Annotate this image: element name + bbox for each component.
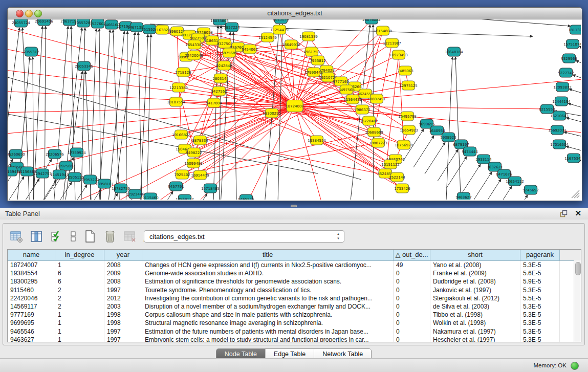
table-row[interactable]: 2242004622012Investigating the contribut… bbox=[8, 294, 581, 302]
graph-node[interactable]: 12213389 bbox=[169, 83, 188, 92]
graph-node[interactable]: 9245652 bbox=[522, 185, 538, 194]
graph-node[interactable]: 2803144 bbox=[212, 74, 229, 83]
graph-node[interactable]: 12213987 bbox=[383, 38, 401, 48]
graph-node[interactable]: 9115460 bbox=[142, 193, 158, 200]
graph-node[interactable]: 9227342 bbox=[558, 68, 574, 77]
graph-node[interactable]: 9465546 bbox=[238, 194, 254, 200]
graph-node[interactable]: 9457791 bbox=[168, 182, 184, 191]
graph-node[interactable]: 9417004 bbox=[206, 98, 222, 107]
graph-node[interactable]: 12444194 bbox=[552, 97, 571, 106]
graph-node[interactable]: 2522144 bbox=[389, 172, 405, 182]
column-header-pagerank[interactable]: pagerank bbox=[520, 250, 560, 260]
graph-node[interactable]: 15751074 bbox=[563, 39, 581, 49]
graph-node[interactable]: 6497568 bbox=[338, 85, 354, 94]
row-options-button[interactable] bbox=[69, 229, 77, 244]
table-row[interactable]: 1872400712008Changes of HCN gene express… bbox=[8, 261, 581, 269]
graph-node[interactable]: 2718126 bbox=[175, 68, 191, 77]
graph-node[interactable]: 15692071 bbox=[548, 125, 567, 135]
split-divider-handle[interactable] bbox=[291, 205, 297, 207]
graph-node[interactable]: 15720407 bbox=[360, 116, 378, 125]
graph-node[interactable]: 19081339 bbox=[299, 32, 318, 41]
graph-node[interactable]: 9463627 bbox=[455, 192, 471, 200]
table-selector[interactable]: citations_edges.txt ▲▼ bbox=[144, 230, 344, 243]
graph-node[interactable]: 9242848 bbox=[216, 61, 232, 70]
graph-node[interactable]: 18756928 bbox=[395, 140, 413, 149]
graph-node[interactable]: 10807491 bbox=[367, 94, 386, 103]
close-panel-icon[interactable]: ✕ bbox=[575, 209, 581, 218]
graph-node[interactable]: 16154808 bbox=[374, 26, 392, 35]
graph-node[interactable]: 9777169 bbox=[333, 77, 349, 86]
float-panel-icon[interactable] bbox=[560, 210, 568, 217]
graph-node[interactable]: 10654112 bbox=[506, 177, 524, 186]
graph-node[interactable]: 8454067 bbox=[242, 45, 257, 54]
column-header-outde[interactable]: △ out_de... bbox=[394, 250, 430, 260]
graph-node[interactable]: 9498222 bbox=[186, 148, 202, 157]
graph-node[interactable]: 17359924 bbox=[68, 148, 86, 157]
graph-node[interactable]: 8215953 bbox=[539, 104, 555, 114]
graph-node[interactable]: 18300295 bbox=[263, 108, 281, 118]
table-row[interactable]: 1938455462009Genome-wide association stu… bbox=[8, 269, 581, 277]
graph-node[interactable]: 8878334 bbox=[192, 136, 208, 145]
graph-node[interactable]: 7986372 bbox=[354, 105, 370, 114]
graph-node[interactable]: 9474444 bbox=[462, 147, 478, 156]
column-header-title[interactable]: title bbox=[142, 250, 394, 260]
table-row[interactable]: 946554611997Estimation of the future num… bbox=[8, 327, 581, 336]
graph-node[interactable]: 1733426 bbox=[394, 184, 410, 193]
graph-node[interactable]: 2055312 bbox=[23, 47, 39, 56]
graph-node[interactable]: 18724007 bbox=[286, 100, 304, 112]
graph-node[interactable]: 15718485 bbox=[201, 184, 220, 193]
show-columns-button[interactable] bbox=[29, 229, 43, 244]
graph-node[interactable]: 7163822 bbox=[154, 25, 170, 34]
graph-node[interactable]: 7485063 bbox=[397, 66, 413, 75]
graph-node[interactable]: 15124549 bbox=[258, 33, 277, 42]
table-row[interactable]: 1830029562008Estimation of significance … bbox=[8, 277, 581, 286]
graph-node[interactable]: 9329966 bbox=[561, 54, 577, 63]
graph-node[interactable]: 10151122 bbox=[381, 160, 400, 169]
column-header-name[interactable]: name bbox=[8, 250, 55, 260]
graph-node[interactable]: 16914479 bbox=[191, 170, 209, 180]
graph-node[interactable]: 25260650 bbox=[8, 149, 25, 159]
graph-node[interactable]: 16210643 bbox=[550, 111, 569, 120]
graph-node[interactable]: 24055724 bbox=[12, 19, 30, 27]
graph-node[interactable]: 12942757 bbox=[33, 169, 52, 178]
table-row[interactable]: 1456911722003Disruption of a novel membe… bbox=[8, 302, 581, 311]
graph-node[interactable]: 5875685 bbox=[221, 48, 237, 57]
graph-node[interactable]: 7955812 bbox=[310, 56, 325, 65]
graph-node[interactable]: 5938923 bbox=[440, 133, 456, 142]
graph-node[interactable]: 14569117 bbox=[176, 194, 194, 200]
delete-column-button[interactable] bbox=[103, 229, 117, 244]
graph-node[interactable]: 20206576 bbox=[46, 149, 64, 159]
graph-node[interactable]: 17016504 bbox=[550, 140, 569, 149]
graph-node[interactable]: 1811304 bbox=[568, 25, 581, 34]
graph-node[interactable]: 26053346 bbox=[75, 61, 93, 71]
table-mode-button[interactable] bbox=[9, 229, 24, 244]
graph-node[interactable]: 11675345 bbox=[564, 154, 581, 163]
graph-node[interactable]: 16543382 bbox=[185, 40, 204, 49]
graph-node[interactable]: 15099488 bbox=[184, 159, 203, 168]
graph-node[interactable]: 6961758 bbox=[303, 47, 319, 56]
column-header-year[interactable]: year bbox=[104, 250, 142, 260]
table-row[interactable]: 911546021997Tourette syndrome. Phenomeno… bbox=[8, 286, 581, 294]
graph-node[interactable]: 15495798 bbox=[398, 112, 417, 121]
graph-node[interactable]: 10975887 bbox=[57, 161, 75, 170]
column-header-indegree[interactable]: in_degree bbox=[55, 250, 104, 260]
graph-node[interactable]: 10973493 bbox=[389, 50, 408, 59]
graph-node[interactable]: 7925402 bbox=[174, 170, 190, 179]
window-resize-grip[interactable] bbox=[572, 190, 579, 198]
create-column-button[interactable] bbox=[83, 229, 97, 244]
graph-node[interactable]: 13958107 bbox=[95, 179, 114, 188]
column-header-short[interactable]: short bbox=[430, 250, 520, 260]
graph-node[interactable]: 19166822 bbox=[172, 130, 190, 139]
table-row[interactable]: 977716911998Corpus callosum shape and si… bbox=[8, 311, 581, 319]
graph-node[interactable]: 2933114 bbox=[475, 155, 492, 164]
select-rows-button[interactable] bbox=[49, 229, 63, 244]
table-row[interactable]: 946362711997Embryonic stem cells: a mode… bbox=[8, 336, 581, 342]
graph-node[interactable]: 16782759 bbox=[112, 184, 130, 193]
graph-node[interactable]: 7857224 bbox=[224, 23, 240, 32]
graph-node[interactable]: 10688609 bbox=[365, 127, 383, 137]
vertical-scrollbar[interactable] bbox=[574, 260, 581, 342]
delete-table-button[interactable] bbox=[123, 229, 137, 244]
graph-node[interactable]: 16648784 bbox=[445, 47, 463, 56]
table-row[interactable]: 969969511998Structural magnetic resonanc… bbox=[8, 319, 581, 327]
graph-node[interactable]: 12975125 bbox=[399, 81, 418, 90]
